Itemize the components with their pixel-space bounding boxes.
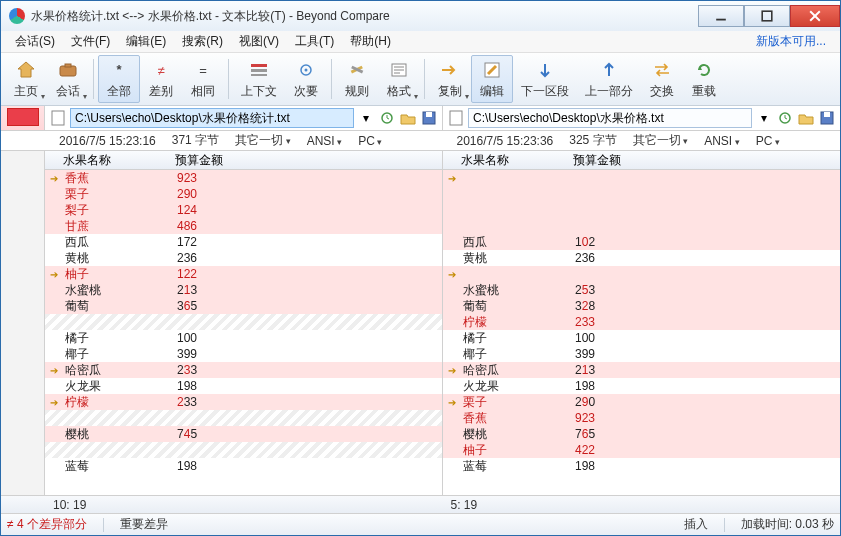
diff-row[interactable]: 火龙果198 bbox=[443, 378, 840, 394]
next-button[interactable]: 下一区段 bbox=[513, 55, 577, 103]
menu-item-6[interactable]: 帮助(H) bbox=[342, 31, 399, 52]
menu-item-1[interactable]: 文件(F) bbox=[63, 31, 118, 52]
minimize-button[interactable] bbox=[698, 5, 744, 27]
menu-item-5[interactable]: 工具(T) bbox=[287, 31, 342, 52]
right-content[interactable]: ➔西瓜102黄桃236➔水蜜桃253葡萄328柠檬233橘子100椰子399➔哈… bbox=[443, 170, 840, 495]
diff-row[interactable]: ➔哈密瓜213 bbox=[443, 362, 840, 378]
diff-row[interactable] bbox=[443, 186, 840, 202]
right-size: 325 字节 bbox=[563, 132, 622, 149]
svg-rect-30 bbox=[824, 112, 830, 117]
diff-row[interactable]: 橘子100 bbox=[443, 330, 840, 346]
diff-row[interactable]: 葡萄365 bbox=[45, 298, 442, 314]
diff-row[interactable]: 水蜜桃213 bbox=[45, 282, 442, 298]
open-icon[interactable] bbox=[797, 109, 815, 127]
diff-row[interactable] bbox=[45, 442, 442, 458]
diff-row[interactable]: ➔栗子290 bbox=[443, 394, 840, 410]
diff-row[interactable]: 西瓜172 bbox=[45, 234, 442, 250]
diff-row[interactable]: 西瓜102 bbox=[443, 234, 840, 250]
format-button[interactable]: 格式▾ bbox=[378, 55, 420, 103]
diff-row[interactable]: 甘蔗486 bbox=[45, 218, 442, 234]
left-encoding[interactable]: ANSI bbox=[301, 134, 349, 148]
file-icon bbox=[447, 109, 465, 127]
diff-row[interactable]: ➔柚子122 bbox=[45, 266, 442, 282]
same-button[interactable]: =相同 bbox=[182, 55, 224, 103]
diff-button[interactable]: ≠差别 bbox=[140, 55, 182, 103]
minor-button[interactable]: 次要 bbox=[285, 55, 327, 103]
diff-row[interactable] bbox=[443, 202, 840, 218]
diff-row[interactable] bbox=[443, 218, 840, 234]
diff-row[interactable]: ➔哈密瓜233 bbox=[45, 362, 442, 378]
col-name: 水果名称 bbox=[63, 152, 175, 169]
diff-row[interactable]: ➔ bbox=[443, 266, 840, 282]
diff-row[interactable]: ➔香蕉923 bbox=[45, 170, 442, 186]
right-pane: 水果名称预算金额 ➔西瓜102黄桃236➔水蜜桃253葡萄328柠檬233橘子1… bbox=[443, 151, 840, 495]
menu-item-2[interactable]: 编辑(E) bbox=[118, 31, 174, 52]
right-path-input[interactable] bbox=[468, 108, 752, 128]
diff-row[interactable]: ➔柠檬233 bbox=[45, 394, 442, 410]
diff-row[interactable]: 水蜜桃253 bbox=[443, 282, 840, 298]
diff-row[interactable]: 葡萄328 bbox=[443, 298, 840, 314]
diff-row[interactable]: 柠檬233 bbox=[443, 314, 840, 330]
left-path-bar: ▾ bbox=[45, 106, 442, 130]
diff-marker-icon: ➔ bbox=[443, 173, 461, 184]
diff-row[interactable]: 梨子124 bbox=[45, 202, 442, 218]
diff-row[interactable]: 椰子399 bbox=[45, 346, 442, 362]
diff-row[interactable]: 栗子290 bbox=[45, 186, 442, 202]
save-icon[interactable] bbox=[420, 109, 438, 127]
diff-row[interactable]: 柚子422 bbox=[443, 442, 840, 458]
left-cursor: 10: 19 bbox=[45, 496, 443, 513]
all-button[interactable]: *全部 bbox=[98, 55, 140, 103]
reload-button[interactable]: 重载 bbox=[683, 55, 725, 103]
close-button[interactable] bbox=[790, 5, 840, 27]
menu-item-4[interactable]: 视图(V) bbox=[231, 31, 287, 52]
left-rest[interactable]: 其它一切 bbox=[229, 132, 297, 149]
svg-text:=: = bbox=[199, 63, 207, 77]
prev-button[interactable]: 上一部分 bbox=[577, 55, 641, 103]
right-cursor: 5: 19 bbox=[443, 496, 841, 513]
diff-row[interactable]: 樱桃765 bbox=[443, 426, 840, 442]
diff-row[interactable]: 蓝莓198 bbox=[45, 458, 442, 474]
right-encoding[interactable]: ANSI bbox=[698, 134, 746, 148]
diff-row[interactable]: 橘子100 bbox=[45, 330, 442, 346]
thumbnail-gutter[interactable] bbox=[1, 106, 45, 130]
svg-rect-6 bbox=[65, 64, 71, 67]
left-pane: 水果名称预算金额 ➔香蕉923栗子290梨子124甘蔗486西瓜172黄桃236… bbox=[45, 151, 443, 495]
svg-rect-10 bbox=[251, 64, 267, 67]
maximize-button[interactable] bbox=[744, 5, 790, 27]
diff-row[interactable]: 黄桃236 bbox=[443, 250, 840, 266]
session-button[interactable]: 会话▾ bbox=[47, 55, 89, 103]
menu-item-0[interactable]: 会话(S) bbox=[7, 31, 63, 52]
dropdown-icon[interactable]: ▾ bbox=[755, 109, 773, 127]
diff-row[interactable]: 香蕉923 bbox=[443, 410, 840, 426]
left-path-input[interactable] bbox=[70, 108, 354, 128]
status-bar: ≠ 4 个差异部分 重要差异 插入 加载时间: 0.03 秒 bbox=[1, 513, 840, 535]
diff-row[interactable]: 椰子399 bbox=[443, 346, 840, 362]
diff-row[interactable] bbox=[45, 314, 442, 330]
dropdown-icon[interactable]: ▾ bbox=[357, 109, 375, 127]
update-link[interactable]: 新版本可用... bbox=[748, 31, 834, 52]
edit-button[interactable]: 编辑 bbox=[471, 55, 513, 103]
history-icon[interactable] bbox=[776, 109, 794, 127]
diff-row[interactable]: 火龙果198 bbox=[45, 378, 442, 394]
diff-row[interactable]: 樱桃745 bbox=[45, 426, 442, 442]
copy-button[interactable]: 复制▾ bbox=[429, 55, 471, 103]
home-button[interactable]: 主页▾ bbox=[5, 55, 47, 103]
diff-row[interactable]: ➔ bbox=[443, 170, 840, 186]
left-date: 2016/7/5 15:23:16 bbox=[53, 134, 162, 148]
open-icon[interactable] bbox=[399, 109, 417, 127]
right-rest[interactable]: 其它一切 bbox=[627, 132, 695, 149]
menu-item-3[interactable]: 搜索(R) bbox=[174, 31, 231, 52]
svg-rect-23 bbox=[52, 111, 64, 125]
save-icon[interactable] bbox=[818, 109, 836, 127]
left-content[interactable]: ➔香蕉923栗子290梨子124甘蔗486西瓜172黄桃236➔柚子122水蜜桃… bbox=[45, 170, 442, 495]
rules-button[interactable]: 规则 bbox=[336, 55, 378, 103]
swap-button[interactable]: 交换 bbox=[641, 55, 683, 103]
right-platform[interactable]: PC bbox=[750, 134, 786, 148]
diff-marker-icon: ➔ bbox=[443, 397, 461, 408]
diff-row[interactable]: 蓝莓198 bbox=[443, 458, 840, 474]
diff-row[interactable] bbox=[45, 410, 442, 426]
left-platform[interactable]: PC bbox=[352, 134, 388, 148]
diff-row[interactable]: 黄桃236 bbox=[45, 250, 442, 266]
context-button[interactable]: 上下文 bbox=[233, 55, 285, 103]
history-icon[interactable] bbox=[378, 109, 396, 127]
